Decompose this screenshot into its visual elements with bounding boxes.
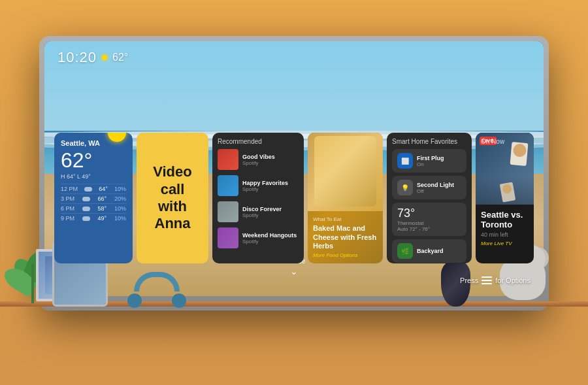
thermostat-label: Thermostat — [397, 220, 430, 226]
widget-recommended[interactable]: Recommended Good Vibes Spotify Happy F — [212, 133, 304, 263]
music-info-4: Weekend Hangouts Spotify — [242, 232, 299, 244]
press-label: Press — [460, 276, 478, 284]
tv: 10:20 62° Press for Options Reduce ⌄ — [39, 36, 549, 310]
music-title-3: Disco Forever — [242, 206, 299, 212]
press-options-suffix: for Options — [495, 276, 531, 284]
sh-item-first-plug[interactable]: ⬜ First Plug On — [392, 149, 466, 173]
music-sub-2: Spotify — [242, 186, 299, 192]
headphones — [127, 272, 186, 308]
weather-row-3: 6 PM 58° 10% — [61, 203, 126, 213]
recommended-title: Recommended — [218, 138, 299, 145]
thermostat-range: Auto 72° - 76° — [397, 226, 430, 232]
menu-icon — [482, 276, 492, 284]
sh-info-4: Backyard — [417, 248, 461, 254]
room: 10:20 62° Press for Options Reduce ⌄ — [0, 0, 588, 385]
music-sub-4: Spotify — [242, 239, 299, 244]
sh-info-1: First Plug On — [417, 155, 461, 167]
time-left: 40 min left — [481, 231, 529, 238]
widget-food[interactable]: What To Eat Baked Mac and Cheese with Fr… — [308, 133, 383, 263]
weather-row-1: 12 PM 64° 10% — [61, 184, 126, 193]
weather-temp-big: 62° — [61, 150, 126, 171]
music-title-4: Weekend Hangouts — [242, 232, 299, 239]
music-item-3[interactable]: Disco Forever Spotify — [218, 201, 299, 222]
weather-row-2: 3 PM 66° 20% — [61, 193, 126, 203]
sh-name-1: First Plug — [417, 155, 461, 161]
sh-status-1: On — [417, 161, 461, 167]
temp-display: 62° — [112, 52, 128, 63]
album-art-1 — [218, 149, 238, 170]
widget-smart-home[interactable]: Smart Home Favorites ⬜ First Plug On 💡 — [387, 133, 472, 263]
plug-icon: ⬜ — [397, 153, 413, 169]
music-title-2: Happy Favorites — [242, 180, 299, 186]
widget-live-tv[interactable]: On Now LIVE — [476, 133, 534, 263]
weather-row-4: 9 PM 49° 10% — [61, 213, 126, 223]
headphone-band — [134, 272, 180, 292]
music-info-3: Disco Forever Spotify — [242, 206, 299, 218]
music-title-1: Good Vibes — [242, 154, 299, 160]
weather-dot-icon — [102, 55, 107, 60]
headphone-right-cup — [172, 293, 186, 308]
food-more-link[interactable]: More Food Options — [313, 252, 378, 258]
food-image — [308, 133, 383, 211]
sh-info-2: Second Light Off — [417, 182, 461, 194]
light-icon: 💡 — [397, 180, 413, 195]
food-category: What To Eat — [313, 216, 378, 222]
sh-item-backyard[interactable]: 🌿 Backyard — [392, 239, 466, 263]
music-sub-3: Spotify — [242, 212, 299, 218]
thermostat-temp: 73° — [397, 207, 430, 220]
widgets-container: Seattle, WA 62° H 64° L 49° 12 PM 64° 10… — [54, 133, 534, 263]
cloud-icon — [82, 207, 90, 211]
live-tv-info: Seattle vs. Toronto 40 min left More Liv… — [476, 205, 534, 252]
weather-hi-lo: H 64° L 49° — [61, 173, 126, 180]
video-call-text: Video call with Anna — [144, 163, 201, 233]
cloud-icon — [84, 187, 92, 192]
music-info-2: Happy Favorites Spotify — [242, 180, 299, 192]
food-cheese-visual — [314, 136, 376, 207]
music-info-1: Good Vibes Spotify — [242, 154, 299, 166]
music-sub-1: Spotify — [242, 160, 299, 166]
more-live-tv[interactable]: More Live TV — [481, 241, 529, 246]
food-info: What To Eat Baked Mac and Cheese with Fr… — [313, 216, 378, 258]
album-art-2 — [218, 175, 238, 196]
status-bar: 10:20 62° — [57, 49, 531, 66]
food-background: What To Eat Baked Mac and Cheese with Fr… — [308, 133, 383, 263]
chevron-down-icon: ⌄ — [283, 266, 305, 276]
music-item-1[interactable]: Good Vibes Spotify — [218, 149, 299, 170]
time-display: 10:20 — [57, 49, 97, 66]
album-art-4 — [218, 227, 238, 248]
screen-background: 10:20 62° Press for Options Reduce ⌄ — [44, 41, 544, 296]
sh-item-thermostat[interactable]: 73° Thermostat Auto 72° - 76° — [392, 203, 466, 236]
cloud-icon — [82, 197, 90, 201]
match-title: Seattle vs. Toronto — [481, 210, 529, 229]
widget-video-call[interactable]: Video call with Anna — [137, 133, 208, 263]
sh-name-4: Backyard — [417, 248, 461, 254]
headphone-left-cup — [127, 293, 142, 308]
cloud-icon — [82, 216, 90, 221]
smart-home-title: Smart Home Favorites — [392, 138, 466, 145]
tv-screen: 10:20 62° Press for Options Reduce ⌄ — [44, 41, 544, 296]
music-item-2[interactable]: Happy Favorites Spotify — [218, 175, 299, 196]
plant-stem — [31, 264, 34, 303]
backyard-icon: 🌿 — [397, 243, 413, 259]
live-tv-title: On Now — [481, 138, 504, 145]
widget-weather[interactable]: Seattle, WA 62° H 64° L 49° 12 PM 64° 10… — [54, 133, 133, 263]
press-options: Press for Options — [460, 276, 531, 284]
food-title: Baked Mac and Cheese with Fresh Herbs — [313, 224, 378, 250]
sh-item-second-light[interactable]: 💡 Second Light Off — [392, 176, 466, 199]
album-art-3 — [218, 201, 238, 222]
sh-status-2: Off — [417, 188, 461, 194]
music-item-4[interactable]: Weekend Hangouts Spotify — [218, 227, 299, 248]
sh-name-2: Second Light — [417, 182, 461, 188]
